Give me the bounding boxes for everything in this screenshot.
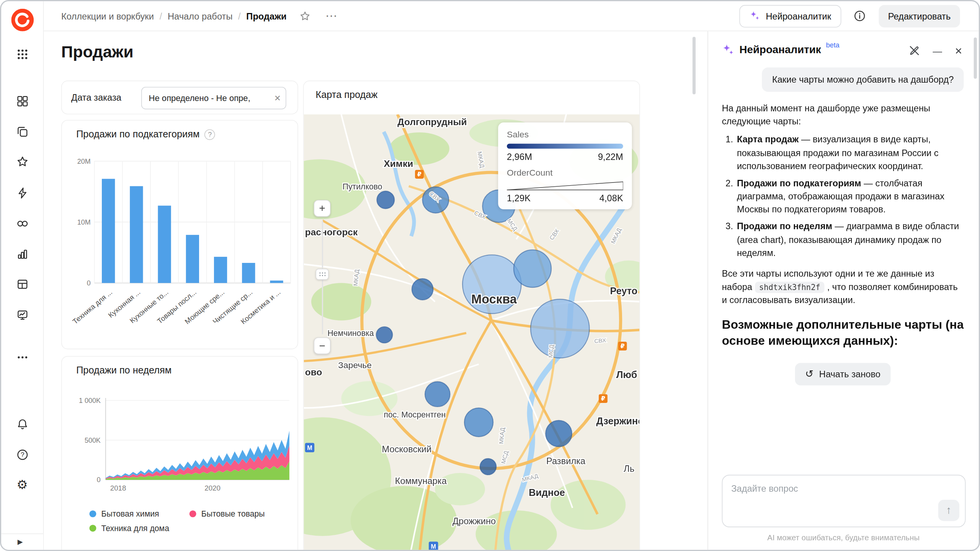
close-icon[interactable]: ✕	[955, 46, 963, 55]
settings-gear-icon[interactable]: ⚙	[10, 473, 34, 497]
beta-badge: beta	[826, 41, 840, 49]
legend-dot	[89, 510, 96, 517]
map-place-label: Долгопрудный	[397, 117, 467, 127]
legend-dot	[89, 525, 96, 531]
panel-scrollbar[interactable]	[974, 37, 977, 79]
legend-dot	[189, 510, 196, 517]
map-place-label: Дзержинс	[596, 416, 640, 426]
dashboard-scrollbar[interactable]	[693, 37, 696, 94]
sidebar: ? ⚙ ▶	[1, 1, 44, 549]
bar[interactable]	[186, 235, 199, 283]
topbar-actions: Нейроаналитик Редактировать	[740, 5, 960, 27]
legend-item[interactable]: Техника для дома	[89, 523, 169, 533]
clear-filter-icon[interactable]: ✕	[270, 93, 286, 103]
sidebar-collapse[interactable]: ▶	[1, 533, 43, 549]
sales-max: 9,22M	[598, 152, 623, 162]
minimize-icon[interactable]: —	[933, 46, 942, 55]
breadcrumb-collections[interactable]: Коллекции и воркбуки	[61, 11, 154, 21]
zoom-out-button[interactable]: −	[314, 337, 331, 354]
road-label: СВХ	[594, 337, 606, 344]
map-place-label: Люб	[616, 369, 637, 380]
dataset-id-chip[interactable]: shdtxik3fhn2f	[755, 282, 825, 293]
neuroanalyst-button[interactable]: Нейроаналитик	[740, 5, 841, 27]
pen-slash-icon[interactable]	[909, 45, 920, 56]
svg-text:2018: 2018	[110, 484, 126, 492]
neuroanalyst-button-label: Нейроаналитик	[766, 11, 831, 21]
bar[interactable]	[270, 280, 283, 283]
datalens-logo[interactable]	[11, 9, 34, 31]
map-title: Карта продаж	[315, 89, 377, 100]
restart-icon: ↺	[805, 369, 813, 379]
map-place-label: Видное	[529, 487, 565, 498]
page-title: Продажи	[61, 42, 134, 62]
datasets-table-icon[interactable]	[10, 272, 34, 296]
svg-text:1 000K: 1 000K	[79, 397, 101, 404]
bar[interactable]	[102, 179, 115, 283]
svg-text:₽: ₽	[601, 395, 605, 402]
ordercount-max: 4,08K	[599, 193, 623, 203]
sales-bubble[interactable]	[531, 299, 589, 358]
sales-bubble[interactable]	[514, 250, 551, 287]
sales-bubble[interactable]	[377, 191, 394, 209]
send-button[interactable]: ↑	[938, 500, 960, 521]
map-place-label: ово	[305, 367, 322, 377]
zoom-handle[interactable]	[315, 269, 328, 280]
map-canvas: МКАДМКАДМКАДМКАДМКАДСВХСВХСВХСВХМСДМСДМС…	[304, 114, 639, 551]
help-icon[interactable]: ?	[10, 443, 34, 467]
sales-bubble[interactable]	[546, 421, 572, 447]
sales-bubble[interactable]	[376, 327, 392, 343]
more-icon[interactable]	[10, 346, 34, 369]
svg-text:Техника для ...: Техника для ...	[71, 288, 114, 326]
edit-button[interactable]: Редактировать	[879, 5, 960, 27]
shortcuts-lightning-icon[interactable]	[10, 181, 34, 205]
notifications-bell-icon[interactable]	[10, 412, 34, 436]
date-filter-label: Дата заказа	[71, 93, 121, 103]
sparkle-icon	[750, 11, 760, 21]
date-filter-control[interactable]: ✕	[141, 87, 286, 109]
neuroanalyst-header: Нейроаналитик beta — ✕	[708, 31, 979, 61]
edit-button-label: Редактировать	[888, 11, 951, 21]
dashboard-area: Продажи Дата заказа ✕ Продажи по подкате…	[44, 31, 707, 551]
legend-item[interactable]: Бытовые товары	[189, 509, 265, 518]
map-place-label: Немчиновка	[328, 329, 374, 337]
apps-grid-icon[interactable]	[10, 42, 34, 66]
breadcrumb: Коллекции и воркбуки / Начало работы / П…	[61, 10, 338, 21]
charts-icon[interactable]	[10, 242, 34, 266]
info-icon[interactable]	[849, 5, 871, 27]
sales-bubble[interactable]	[464, 408, 493, 437]
breadcrumb-more-icon[interactable]: ⋯	[325, 12, 338, 20]
collapse-arrow-icon: ▶	[18, 538, 23, 546]
sales-bubble[interactable]	[412, 279, 433, 300]
chart-help-icon[interactable]: ?	[204, 129, 215, 140]
svg-text:20M: 20M	[77, 158, 91, 165]
sales-bubble[interactable]	[425, 382, 450, 407]
favorite-star-icon[interactable]	[300, 10, 311, 21]
dashboards-monitor-icon[interactable]	[10, 303, 34, 327]
chat-area: Какие чарты можно добавить на дашборд? Н…	[708, 61, 979, 468]
map-place-label: Ль	[624, 464, 634, 474]
sales-bubble[interactable]	[480, 458, 496, 474]
collections-icon[interactable]	[10, 89, 34, 113]
svg-text:0: 0	[97, 476, 101, 484]
zoom-in-button[interactable]: +	[314, 200, 331, 217]
map-place-label: Химки	[384, 158, 413, 169]
bar[interactable]	[158, 205, 171, 283]
legend-item[interactable]: Бытовая химия	[89, 509, 159, 518]
neuroanalyst-panel: Нейроаналитик beta — ✕ Какие чарты можно…	[707, 31, 979, 550]
question-input-box[interactable]: ↑	[722, 475, 966, 527]
connections-icon[interactable]	[10, 212, 34, 235]
breadcrumb-getting-started[interactable]: Начало работы	[168, 11, 232, 21]
svg-text:₽: ₽	[620, 342, 624, 349]
ordercount-min: 1,29K	[507, 193, 531, 203]
weekly-chart-title: Продажи по неделям	[76, 365, 172, 376]
date-filter-value[interactable]	[142, 93, 270, 103]
restart-button[interactable]: ↺ Начать заново	[795, 363, 890, 385]
favorites-star-icon[interactable]	[10, 150, 34, 174]
workbooks-icon[interactable]	[10, 120, 34, 143]
bar[interactable]	[242, 263, 255, 283]
question-input[interactable]	[722, 475, 965, 507]
bar[interactable]	[214, 257, 227, 283]
bar[interactable]	[130, 186, 143, 283]
possible-charts-heading: Возможные дополнительные чарты (на основ…	[722, 317, 964, 349]
map-place-label: расногорск	[305, 227, 358, 238]
